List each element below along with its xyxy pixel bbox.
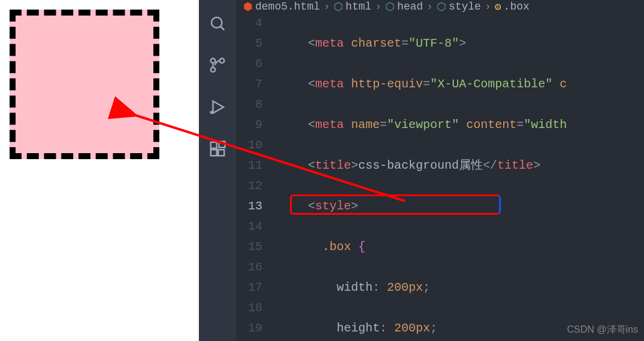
svg-rect-7 [211,142,217,148]
watermark: CSDN @泽哥ins [567,324,638,336]
search-icon[interactable] [208,14,226,32]
line-gutter: 4 5 6 7 8 9 10 11 12 13 14 15 16 17 18 1… [236,13,279,341]
code-content[interactable]: <meta charset="UTF-8"> <meta http-equiv=… [279,13,644,341]
run-debug-icon[interactable] [208,98,226,116]
svg-point-4 [211,59,216,63]
svg-rect-9 [218,150,224,156]
extensions-icon[interactable] [208,140,226,158]
breadcrumb[interactable]: ⬢ demo5.html › ⬡ html › ⬡ head › ⬡ style… [236,0,644,13]
breadcrumb-part: style [449,1,481,13]
svg-point-0 [211,17,222,28]
svg-rect-8 [211,150,217,156]
breadcrumb-part: head [397,1,423,13]
svg-point-2 [220,59,225,63]
code-area[interactable]: 4 5 6 7 8 9 10 11 12 13 14 15 16 17 18 1… [236,13,644,341]
element-icon: ⬡ [385,0,395,13]
breadcrumb-part: html [346,1,371,13]
class-icon: ⚙ [495,0,501,13]
svg-point-3 [211,68,216,72]
chevron-right-icon: › [375,1,382,13]
svg-line-1 [220,26,224,30]
editor-pane: ⬢ demo5.html › ⬡ html › ⬡ head › ⬡ style… [236,0,644,341]
breadcrumb-file: demo5.html [255,1,320,13]
source-control-icon[interactable] [208,56,226,74]
element-icon: ⬡ [334,0,343,13]
svg-point-6 [210,111,213,114]
svg-rect-10 [219,142,225,148]
breadcrumb-part: .box [504,1,530,13]
element-icon: ⬡ [437,0,446,13]
chevron-right-icon: › [323,1,330,13]
chevron-right-icon: › [485,1,491,13]
chevron-right-icon: › [427,1,433,13]
demo-box [10,10,159,159]
html-file-icon: ⬢ [243,0,253,13]
activity-bar [199,0,236,341]
preview-pane [0,0,199,341]
svg-marker-5 [213,101,224,113]
